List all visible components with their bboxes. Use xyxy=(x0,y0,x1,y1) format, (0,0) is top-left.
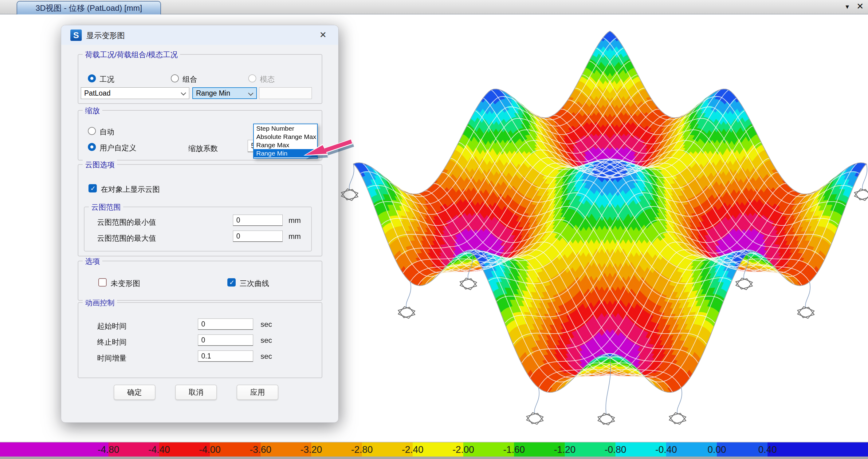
anim-start-unit: sec xyxy=(260,320,272,328)
deformed-shape-3d-view[interactable] xyxy=(338,14,868,440)
dropdown-item-step-number[interactable]: Step Number xyxy=(254,124,317,133)
legend-tick-label: -3.20 xyxy=(301,444,322,455)
dropdown-item-range-max[interactable]: Range Max xyxy=(254,141,317,149)
multistep-aux-input xyxy=(259,87,312,99)
contour-range-group-label: 云图范围 xyxy=(89,202,123,212)
legend-tick-label: -4.00 xyxy=(199,444,221,455)
scale-factor-label: 缩放系数 xyxy=(188,144,218,153)
dropdown-item-range-min[interactable]: Range Min xyxy=(254,149,317,157)
legend-tick-label: -2.40 xyxy=(402,444,424,455)
show-contour-label: 在对象上显示云图 xyxy=(101,184,160,194)
show-contour-checkbox[interactable] xyxy=(89,184,97,193)
contour-max-input[interactable] xyxy=(233,231,283,242)
apply-button[interactable]: 应用 xyxy=(237,384,278,400)
legend-tick-label: -3.60 xyxy=(250,444,272,455)
legend-tick-label: -1.20 xyxy=(554,444,576,455)
legend-tick-label: 0.00 xyxy=(708,444,726,455)
legend-tick-label: 0.40 xyxy=(758,444,777,455)
radio-scale-user[interactable] xyxy=(88,143,96,151)
legend-tick-label: -0.40 xyxy=(655,444,677,455)
anim-incr-label: 时间增量 xyxy=(97,353,127,363)
caret-down-icon[interactable]: ▾ xyxy=(845,3,849,11)
cubic-curve-checkbox[interactable] xyxy=(227,278,236,287)
anim-start-label: 起始时间 xyxy=(97,321,127,331)
radio-case[interactable] xyxy=(88,75,96,82)
legend-segment xyxy=(0,442,108,457)
contour-min-unit: mm xyxy=(288,216,301,225)
dialog-close-icon[interactable]: ✕ xyxy=(319,30,327,40)
anim-end-unit: sec xyxy=(260,336,272,345)
chevron-down-icon xyxy=(181,90,186,96)
ok-button[interactable]: 确定 xyxy=(114,384,155,400)
contour-min-label: 云图范围的最小值 xyxy=(97,217,156,227)
dropdown-item-absolute-range-max[interactable]: Absolute Range Max xyxy=(254,133,317,141)
contour-options-group-label: 云图选项 xyxy=(83,160,117,170)
radio-scale-auto[interactable] xyxy=(88,127,96,135)
legend-tick-label: -2.80 xyxy=(351,444,373,455)
legend-segment xyxy=(768,442,868,457)
animation-group-label: 动画控制 xyxy=(83,298,117,308)
dialog-header: S 显示变形图 ✕ xyxy=(61,25,338,45)
radio-scale-user-label: 用户自定义 xyxy=(99,143,136,153)
multistep-dropdown-list: Step Number Absolute Range Max Range Max… xyxy=(253,123,318,159)
legend-tick-label: -1.60 xyxy=(503,444,525,455)
anim-incr-input[interactable] xyxy=(198,350,253,362)
legend-tick-label: -4.40 xyxy=(148,444,170,455)
radio-mode-label: 模态 xyxy=(260,75,275,84)
dialog-title: 显示变形图 xyxy=(86,30,125,40)
load-case-combobox[interactable]: PatLoad xyxy=(81,87,189,99)
multistep-combobox[interactable]: Range Min xyxy=(192,87,257,99)
options-group-label: 选项 xyxy=(83,256,102,266)
app-logo-icon: S xyxy=(70,30,82,41)
view-tab-title: 3D视图 - 位移 (PatLoad) [mm] xyxy=(36,3,142,13)
anim-end-input[interactable] xyxy=(198,335,253,346)
radio-combo[interactable] xyxy=(171,75,179,82)
chevron-down-icon xyxy=(248,91,253,96)
multistep-combobox-value: Range Min xyxy=(196,89,230,97)
load-case-combobox-value: PatLoad xyxy=(84,89,111,97)
legend-tick-label: -4.80 xyxy=(98,444,120,455)
legend-tick-label: -2.00 xyxy=(453,444,474,455)
cubic-curve-label: 三次曲线 xyxy=(240,279,269,288)
load-case-group-label: 荷载工况/荷载组合/模态工况 xyxy=(83,50,180,60)
view-tab[interactable]: 3D视图 - 位移 (PatLoad) [mm] xyxy=(17,1,161,15)
window-close-icon[interactable]: ✕ xyxy=(857,1,864,11)
undeformed-checkbox[interactable] xyxy=(98,278,106,287)
undeformed-label: 未变形图 xyxy=(111,279,140,288)
radio-combo-label: 组合 xyxy=(183,75,197,84)
anim-start-input[interactable] xyxy=(198,318,253,330)
contour-min-input[interactable] xyxy=(233,214,283,226)
window-bottom-edge xyxy=(0,457,868,459)
radio-mode xyxy=(248,75,256,82)
window-title-bar: 3D视图 - 位移 (PatLoad) [mm] ▾ ✕ xyxy=(0,0,868,15)
anim-incr-unit: sec xyxy=(260,352,272,361)
display-deformed-shape-dialog: S 显示变形图 ✕ 荷载工况/荷载组合/模态工况 工况 组合 模态 PatLoa… xyxy=(61,25,339,423)
scale-group-label: 缩放 xyxy=(83,106,102,116)
contour-range-group: 云图范围 xyxy=(84,207,312,252)
contour-max-unit: mm xyxy=(288,232,301,241)
cancel-button[interactable]: 取消 xyxy=(175,384,217,400)
contour-legend: -4.80-4.40-4.00-3.60-3.20-2.80-2.40-2.00… xyxy=(0,442,868,457)
contour-max-label: 云图范围的最大值 xyxy=(97,233,156,243)
anim-end-label: 终止时间 xyxy=(97,337,127,347)
legend-tick-label: -0.80 xyxy=(605,444,626,455)
radio-case-label: 工况 xyxy=(99,75,114,84)
radio-scale-auto-label: 自动 xyxy=(99,127,114,137)
